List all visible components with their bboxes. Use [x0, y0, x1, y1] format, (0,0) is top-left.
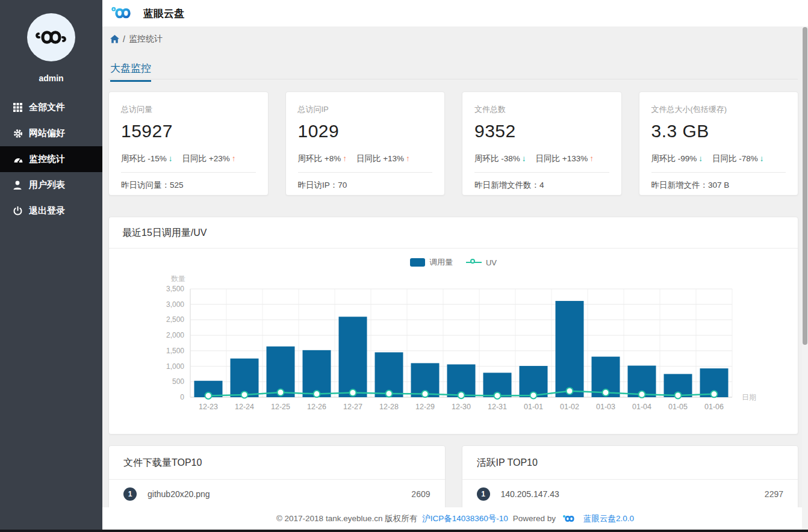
sidebar: admin 全部文件	[0, 0, 102, 532]
stat-cards: 总访问量 15927 周环比 -15%↓ 日同比 +23%↑ 昨日访问量：525…	[108, 91, 798, 196]
trend-up-icon: ↑	[232, 154, 236, 163]
dashboard-icon	[13, 155, 29, 164]
stat-label: 总访问量	[121, 104, 256, 115]
trend: 周环比 -38%↓	[474, 153, 526, 164]
power-icon	[13, 206, 29, 215]
svg-text:数量: 数量	[171, 274, 185, 283]
sidebar-item-all-files[interactable]: 全部文件	[0, 94, 102, 120]
svg-text:01-01: 01-01	[524, 403, 543, 411]
legend-label: UV	[486, 258, 497, 267]
copyright-text: © 2017-2018 tank.eyeblue.cn 版权所有	[276, 513, 417, 524]
uv-chart: 05001,0001,5002,0002,5003,0003,500数量日期12…	[109, 270, 798, 422]
vertical-scrollbar	[802, 27, 808, 530]
stat-card-total-ips: 总访问IP 1029 周环比 +8%↑ 日同比 +13%↑ 昨日访IP：70	[285, 91, 446, 196]
stat-value: 9352	[474, 121, 609, 141]
trend: 周环比 -99%↓	[651, 153, 703, 164]
svg-text:12-28: 12-28	[379, 403, 399, 411]
svg-text:2,000: 2,000	[166, 331, 184, 339]
powered-by-text: Powered by	[513, 514, 556, 523]
footer-logo-icon	[562, 513, 577, 524]
svg-text:01-05: 01-05	[668, 403, 688, 411]
svg-text:1,500: 1,500	[166, 347, 184, 355]
svg-text:12-24: 12-24	[235, 403, 254, 411]
svg-text:12-23: 12-23	[199, 403, 218, 411]
trend-down-icon: ↓	[169, 154, 173, 163]
svg-text:0: 0	[180, 393, 184, 401]
sidebar-item-label: 退出登录	[29, 205, 65, 217]
sidebar-item-users[interactable]: 用户列表	[0, 172, 102, 198]
stat-footer: 昨日新增文件数：4	[474, 173, 609, 191]
svg-text:12-26: 12-26	[307, 403, 326, 411]
sidebar-item-logout[interactable]: 退出登录	[0, 198, 102, 224]
list-title: 活跃IP TOP10	[462, 446, 798, 479]
version-link[interactable]: 蓝眼云盘2.0.0	[583, 513, 634, 524]
sidebar-item-monitoring[interactable]: 监控统计	[0, 146, 102, 172]
legend-label: 调用量	[429, 257, 453, 268]
file-name: github20x20.png	[148, 489, 210, 499]
app-logo-icon[interactable]	[110, 4, 136, 22]
user-icon	[13, 181, 29, 190]
svg-text:3,500: 3,500	[166, 285, 184, 293]
trend: 日同比 +133%↑	[536, 153, 594, 164]
sidebar-item-label: 监控统计	[29, 153, 65, 165]
grid-icon	[13, 103, 29, 112]
trend-down-icon: ↓	[522, 154, 526, 163]
stat-label: 总访问IP	[298, 104, 433, 115]
sidebar-item-label: 全部文件	[29, 102, 65, 113]
trend-up-icon: ↑	[589, 154, 594, 163]
rank-badge: 1	[123, 487, 137, 501]
stat-card-total-visits: 总访问量 15927 周环比 -15%↓ 日同比 +23%↑ 昨日访问量：525	[108, 91, 269, 196]
trend-down-icon: ↓	[760, 154, 764, 163]
svg-text:12-30: 12-30	[452, 403, 471, 411]
trend: 日同比 -78%↓	[712, 153, 764, 164]
stat-footer: 昨日访问量：525	[121, 173, 256, 191]
download-count: 2609	[411, 489, 430, 499]
infinity-logo-icon	[34, 26, 69, 49]
svg-text:12-29: 12-29	[415, 403, 435, 411]
stat-trends: 周环比 +8%↑ 日同比 +13%↑	[298, 153, 433, 164]
legend-item-line[interactable]: UV	[466, 258, 497, 267]
list-item: 1 140.205.147.43 2297	[462, 480, 798, 509]
trend: 周环比 +8%↑	[298, 153, 347, 164]
svg-text:3,000: 3,000	[166, 300, 184, 309]
stat-trends: 周环比 -99%↓ 日同比 -78%↓	[651, 153, 786, 164]
svg-text:12-25: 12-25	[271, 403, 290, 411]
stat-footer: 昨日访IP：70	[298, 173, 433, 191]
app-title: 蓝眼云盘	[143, 7, 184, 20]
breadcrumb-separator: /	[123, 34, 125, 44]
stat-label: 文件总大小(包括缓存)	[651, 104, 786, 115]
list-title: 文件下载量TOP10	[109, 446, 445, 479]
bar-swatch-icon	[410, 258, 425, 267]
trend: 日同比 +23%↑	[182, 153, 236, 164]
home-icon[interactable]	[110, 35, 119, 43]
header: 蓝眼云盘	[102, 0, 808, 26]
trend: 周环比 -15%↓	[121, 153, 173, 164]
legend-item-bar[interactable]: 调用量	[410, 257, 453, 268]
svg-text:12-31: 12-31	[488, 403, 507, 411]
svg-text:日期: 日期	[742, 393, 756, 401]
scrollbar-thumb[interactable]	[803, 27, 807, 345]
svg-text:2,500: 2,500	[166, 315, 184, 324]
svg-text:01-02: 01-02	[560, 403, 579, 411]
gear-icon	[13, 129, 29, 138]
footer: © 2017-2018 tank.eyeblue.cn 版权所有 沪ICP备14…	[102, 507, 808, 530]
stat-value: 3.3 GB	[651, 121, 786, 141]
breadcrumb-current: 监控统计	[129, 34, 163, 45]
stat-card-total-size: 文件总大小(包括缓存) 3.3 GB 周环比 -99%↓ 日同比 -78%↓ 昨…	[639, 91, 799, 196]
chart-panel: 最近15日调用量/UV 调用量 UV 05001,0001,5002,0002,…	[108, 217, 798, 435]
avatar[interactable]	[27, 13, 75, 61]
dashboard-screen: admin 全部文件	[0, 0, 808, 532]
stat-card-total-files: 文件总数 9352 周环比 -38%↓ 日同比 +133%↑ 昨日新增文件数：4	[462, 91, 622, 196]
username: admin	[0, 73, 102, 83]
trend-up-icon: ↑	[406, 154, 410, 163]
svg-text:1,000: 1,000	[166, 362, 184, 371]
svg-text:01-04: 01-04	[632, 403, 651, 411]
window-bottom-edge	[0, 530, 808, 532]
list-item: 1 github20x20.png 2609	[109, 480, 445, 509]
icp-link[interactable]: 沪ICP备14038360号-10	[422, 513, 508, 524]
sidebar-item-preferences[interactable]: 网站偏好	[0, 120, 102, 146]
stat-trends: 周环比 -38%↓ 日同比 +133%↑	[474, 153, 609, 164]
stat-footer: 昨日新增文件：307 B	[651, 173, 786, 191]
svg-text:01-06: 01-06	[704, 403, 724, 411]
sidebar-item-label: 网站偏好	[29, 128, 65, 139]
